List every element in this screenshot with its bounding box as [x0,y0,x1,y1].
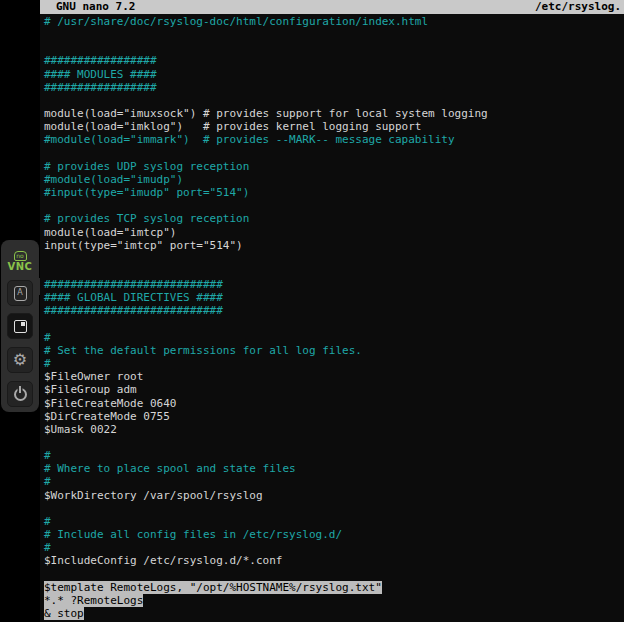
editor-line-text: module(load="imtcp") [44,226,176,239]
editor-line: $Umask 0022 [44,423,624,436]
nano-version: GNU nano 7.2 [56,0,135,14]
editor-line: $FileGroup adm [44,383,624,396]
editor-line: $FileOwner root [44,370,624,383]
editor-line: #module(load="imudp") [44,173,624,186]
editor-line-text: # /usr/share/doc/rsyslog-doc/html/config… [44,15,428,28]
editor-line-text: $Umask 0022 [44,423,117,436]
editor-line-text: # [44,449,51,462]
editor-line-text: $template RemoteLogs, "/opt/%HOSTNAME%/r… [44,581,382,594]
editor-line-text: # Include all config files in /etc/rsysl… [44,528,342,541]
editor-line: # [44,331,624,344]
editor-line: *.* ?RemoteLogs [44,594,624,607]
editor-line-text: # Set the default permissions for all lo… [44,344,362,357]
editor-line [44,318,624,331]
editor-line-text: # [44,475,51,488]
editor-line-text: #### GLOBAL DIRECTIVES #### [44,291,223,304]
file-name: /etc/rsyslog. [535,0,621,14]
editor-line: module(load="imtcp") [44,226,624,239]
editor-line-text: *.* ?RemoteLogs [44,594,143,607]
editor-line: # provides UDP syslog reception [44,160,624,173]
editor-line-text: $WorkDirectory /var/spool/rsyslog [44,489,263,502]
editor-line: $template RemoteLogs, "/opt/%HOSTNAME%/r… [44,581,624,594]
novnc-mouse-icon: no [14,251,27,261]
editor-line: # [44,475,624,488]
editor-line: # [44,357,624,370]
editor-line: # Where to place spool and state files [44,462,624,475]
editor-line: $WorkDirectory /var/spool/rsyslog [44,489,624,502]
editor-line-text: # Where to place spool and state files [44,462,296,475]
editor-line: ################# [44,81,624,94]
editor-line-text: $DirCreateMode 0755 [44,410,170,423]
editor-line-text: $IncludeConfig /etc/rsyslog.d/*.conf [44,554,282,567]
novnc-logo: no VNC [1,245,39,272]
novnc-control-bar: no VNC A ⚙ [1,240,39,412]
editor-line [44,502,624,515]
editor-line: # [44,515,624,528]
editor-line: $DirCreateMode 0755 [44,410,624,423]
editor-line: $IncludeConfig /etc/rsyslog.d/*.conf [44,554,624,567]
editor-line [44,94,624,107]
power-icon [14,388,27,401]
editor-line-text: ################# [44,54,157,67]
editor-line-text: # [44,357,51,370]
editor-line-text: # [44,515,51,528]
editor-line-text: $FileOwner root [44,370,143,383]
editor-line-text: # [44,331,51,344]
disconnect-button[interactable] [7,381,33,407]
novnc-logo-text: VNC [1,262,39,272]
editor-line: & stop [44,607,624,620]
settings-button[interactable]: ⚙ [7,347,33,373]
vnc-screen: no VNC A ⚙ GNU nano 7.2 /etc/rsyslog. # [0,0,624,622]
editor-line: #### GLOBAL DIRECTIVES #### [44,291,624,304]
editor-line-text: # provides TCP syslog reception [44,212,249,225]
editor-line-text: module(load="imuxsock") # provides suppo… [44,107,488,120]
editor-line [44,252,624,265]
editor-line [44,28,624,41]
editor-line: $FileCreateMode 0640 [44,397,624,410]
editor-line-text: #module(load="immark") # provides --MARK… [44,133,455,146]
editor-line [44,41,624,54]
editor-line-text: ########################### [44,304,223,317]
clipboard-button[interactable]: A [7,280,33,306]
editor-line: ########################### [44,278,624,291]
clipboard-icon: A [14,286,27,301]
fullscreen-button[interactable] [7,313,33,339]
fullscreen-icon [14,320,27,333]
editor-line: # /usr/share/doc/rsyslog-doc/html/config… [44,15,624,28]
editor-line: # [44,541,624,554]
editor-line: # Set the default permissions for all lo… [44,344,624,357]
editor-line-text: #### MODULES #### [44,68,157,81]
editor-content: # /usr/share/doc/rsyslog-doc/html/config… [40,14,624,620]
editor-line [44,568,624,581]
editor-line-text: module(load="imklog") # provides kernel … [44,120,422,133]
editor-line [44,199,624,212]
editor-line: #### MODULES #### [44,68,624,81]
nano-editor[interactable]: GNU nano 7.2 /etc/rsyslog. # /usr/share/… [40,0,624,622]
editor-line: #module(load="immark") # provides --MARK… [44,133,624,146]
editor-line-text: # provides UDP syslog reception [44,160,249,173]
editor-line: module(load="imuxsock") # provides suppo… [44,107,624,120]
editor-line-text: $FileGroup adm [44,383,137,396]
editor-line: # [44,449,624,462]
editor-line-text: ################# [44,81,157,94]
editor-line-text: # [44,541,51,554]
editor-line: input(type="imtcp" port="514") [44,239,624,252]
editor-line-text: #module(load="imudp") [44,173,183,186]
nano-title-bar: GNU nano 7.2 /etc/rsyslog. [40,0,624,14]
editor-line: # Include all config files in /etc/rsysl… [44,528,624,541]
editor-line-text: $FileCreateMode 0640 [44,397,176,410]
editor-line-text: #input(type="imudp" port="514") [44,186,249,199]
editor-line [44,147,624,160]
editor-line-text: ########################### [44,278,223,291]
editor-line: ########################### [44,304,624,317]
editor-line: # provides TCP syslog reception [44,212,624,225]
editor-line: #input(type="imudp" port="514") [44,186,624,199]
editor-line: ################# [44,54,624,67]
editor-line-text: & stop [44,607,84,620]
editor-line [44,436,624,449]
settings-gear-icon: ⚙ [13,352,27,368]
editor-line: module(load="imklog") # provides kernel … [44,120,624,133]
editor-line [44,265,624,278]
editor-line-text: input(type="imtcp" port="514") [44,239,243,252]
desktop-background: no VNC A ⚙ [0,0,40,622]
